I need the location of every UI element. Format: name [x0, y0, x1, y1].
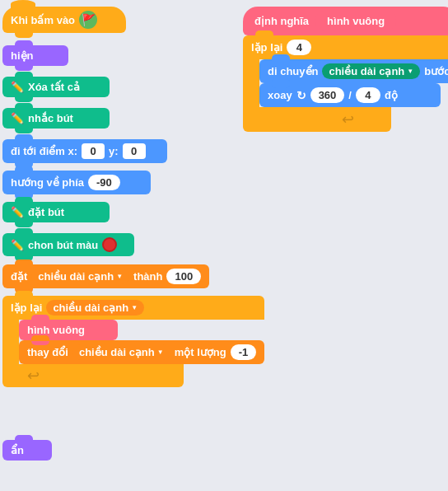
dropdown-arrow1: ▼	[116, 273, 123, 280]
flag-icon: 🚩	[79, 11, 97, 29]
hat-block[interactable]: Khi bấm vào 🚩	[2, 7, 126, 33]
nhacbut-label: nhắc bút	[28, 112, 73, 124]
dichuyenbuoc-label: di chuyển	[268, 65, 318, 77]
dat-label: đặt	[11, 270, 27, 283]
repeat2-arrow-icon: ↩	[342, 110, 354, 129]
thaydoi-motluong: một lượng	[175, 346, 226, 358]
xoatat-label: Xóa tất cả	[28, 81, 80, 93]
dichuyenbuoc-dropdown[interactable]: chiều dài cạnh ▼	[322, 63, 420, 79]
xoay-do: độ	[385, 89, 398, 101]
thaydoi-block[interactable]: thay đổi chiều dài cạnh ▼ một lượng -1	[19, 340, 264, 364]
dropdown-arrow4: ▼	[407, 68, 413, 75]
datbut-block[interactable]: ✏️ đặt bút	[2, 202, 110, 222]
laplai2-value[interactable]: 4	[287, 40, 311, 55]
hinhvuong-label: hình vuông	[27, 324, 85, 336]
an-block[interactable]: ẩn	[2, 440, 52, 461]
laplai2-c-block[interactable]: lặp lại 4 di chuyển chiều dài cạnh ▼ bướ…	[243, 35, 448, 132]
dat-value[interactable]: 100	[166, 269, 201, 284]
xoay-v2[interactable]: 4	[356, 87, 380, 103]
hien-label: hiện	[11, 49, 34, 62]
xoay-v1[interactable]: 360	[310, 87, 345, 103]
huongvephia-value[interactable]: -90	[88, 175, 120, 190]
an-label: ẩn	[11, 444, 24, 456]
dinhnghia-block[interactable]: định nghĩa hình vuông	[243, 7, 448, 35]
buoc-label: bước	[424, 65, 448, 77]
pencil-icon3: ✏️	[11, 206, 24, 218]
pencil-icon2: ✏️	[11, 112, 24, 124]
color-picker[interactable]	[102, 237, 117, 252]
thaydoi-label: thay đổi	[27, 346, 68, 358]
xoay-div: /	[348, 89, 352, 101]
xoay-arrow-icon: ↻	[296, 89, 306, 102]
ditoidiemxy-block[interactable]: đi tới điểm x: 0 y: 0	[2, 139, 167, 163]
nhacbut-block[interactable]: ✏️ nhắc bút	[2, 108, 110, 129]
x-value[interactable]: 0	[82, 143, 105, 159]
chonbutmau-label: chon bút màu	[28, 239, 98, 251]
datbut-label: đặt bút	[28, 206, 64, 218]
laplai1-c-block[interactable]: lặp lại chiều dài cạnh ▼ hình vuông thay…	[2, 296, 264, 387]
dat-thanh: thành	[133, 270, 162, 283]
laplai2-label: lặp lại	[251, 41, 282, 54]
dat-dropdown[interactable]: chiều dài cạnh ▼	[31, 269, 129, 284]
huongvephia-block[interactable]: hướng về phía -90	[2, 171, 151, 194]
dat-block[interactable]: đặt chiều dài cạnh ▼ thành 100	[2, 264, 209, 288]
y-label: y:	[109, 145, 119, 157]
thaydoi-dropdown[interactable]: chiều dài cạnh ▼	[72, 344, 170, 360]
dropdown-arrow2: ▼	[131, 304, 138, 311]
xoatat-block[interactable]: ✏️ Xóa tất cả	[2, 77, 110, 97]
hien-block[interactable]: hiện	[2, 45, 68, 66]
dropdown-arrow3: ▼	[157, 348, 164, 356]
ditoidiemxy-label: đi tới điểm x:	[11, 145, 77, 157]
chonbutmau-block[interactable]: ✏️ chon bút màu	[2, 233, 134, 256]
dinhnghia-label: định nghĩa	[254, 15, 309, 27]
huongvephia-label: hướng về phía	[11, 176, 84, 189]
y-value[interactable]: 0	[123, 143, 146, 159]
laplai1-label: lặp lại	[11, 302, 42, 314]
repeat-arrow-icon: ↩	[27, 367, 40, 385]
hinhvuong2-label: hình vuông	[315, 12, 396, 30]
laplai1-dropdown[interactable]: chiều dài cạnh ▼	[46, 300, 144, 316]
pencil-icon: ✏️	[11, 81, 24, 93]
pencil-icon4: ✏️	[11, 239, 24, 251]
define-section: định nghĩa hình vuông lặp lại 4 di chuyể…	[243, 7, 448, 132]
thaydoi-value[interactable]: -1	[231, 344, 257, 360]
xoay-label: xoay	[268, 89, 292, 101]
hat-label: Khi bấm vào	[11, 14, 75, 26]
